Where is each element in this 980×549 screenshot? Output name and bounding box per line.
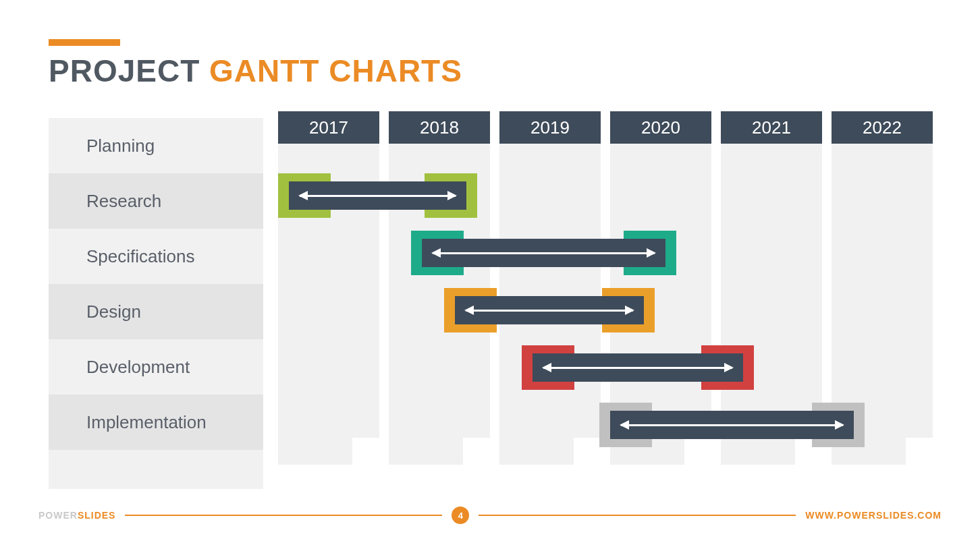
footer-url: WWW.POWERSLIDES.COM <box>805 510 942 521</box>
bar-body <box>533 353 743 382</box>
gantt-bar-development <box>522 345 754 390</box>
year-header: 2018 <box>389 111 490 144</box>
task-row-specifications: Specifications <box>49 229 263 284</box>
task-column: Planning Research Specifications Design … <box>49 118 263 489</box>
gantt-bar-research <box>278 173 477 218</box>
title-accent-bar <box>49 39 120 46</box>
double-arrow-icon <box>300 195 456 197</box>
page-title: PROJECT GANTT CHARTS <box>49 53 462 89</box>
gantt-chart: Planning Research Specifications Design … <box>49 111 934 489</box>
gantt-bars <box>278 144 940 465</box>
gantt-bar-specifications <box>411 231 677 275</box>
task-row-implementation: Implementation <box>49 395 263 450</box>
title-part-1: PROJECT <box>49 53 209 88</box>
year-header: 2017 <box>278 111 379 144</box>
page-number: 4 <box>452 507 469 524</box>
double-arrow-icon <box>433 252 655 254</box>
task-row-planning: Planning <box>49 118 263 173</box>
bar-body <box>422 239 666 267</box>
footer: POWERSLIDES 4 WWW.POWERSLIDES.COM <box>38 507 942 523</box>
gantt-bar-implementation <box>599 403 865 447</box>
task-row-design: Design <box>49 284 263 339</box>
gantt-bar-design <box>444 288 655 333</box>
double-arrow-icon <box>466 310 633 312</box>
brand-part-1: POWER <box>38 510 78 521</box>
title-part-2: GANTT CHARTS <box>209 53 462 88</box>
bar-body <box>610 411 854 439</box>
year-header: 2021 <box>721 111 822 144</box>
double-arrow-icon <box>621 424 844 426</box>
footer-line-left <box>125 515 442 516</box>
bar-body <box>289 181 466 210</box>
task-row-development: Development <box>49 339 263 395</box>
bar-body <box>455 296 644 324</box>
footer-line-right <box>479 515 796 516</box>
year-header: 2019 <box>499 111 601 144</box>
year-header: 2022 <box>832 111 933 144</box>
year-header: 2020 <box>610 111 711 144</box>
double-arrow-icon <box>543 367 732 369</box>
brand-part-2: SLIDES <box>78 510 116 521</box>
footer-brand: POWERSLIDES <box>38 510 115 521</box>
task-row-research: Research <box>49 173 263 229</box>
